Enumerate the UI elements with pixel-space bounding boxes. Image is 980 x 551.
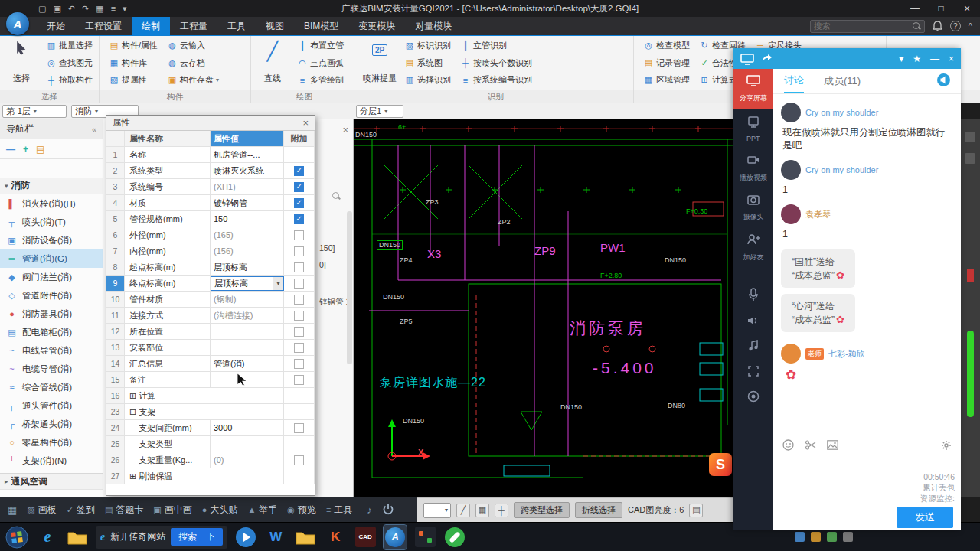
apps-grid-icon[interactable]: ▦ xyxy=(8,504,17,516)
collapse-all-icon[interactable]: — xyxy=(6,144,15,155)
property-value[interactable]: (钢制) xyxy=(211,292,284,307)
close-button[interactable]: × xyxy=(949,54,954,64)
tab-discussion[interactable]: 讨论 xyxy=(784,69,804,93)
wps-icon[interactable]: W xyxy=(264,525,287,549)
tray-icon[interactable] xyxy=(811,532,821,542)
search-icon[interactable] xyxy=(332,191,341,201)
sprinkler-count-identify-button[interactable]: ┼按喷头个数识别 xyxy=(457,57,535,70)
play-video-button[interactable]: 播放视频 xyxy=(733,148,773,188)
tab-工程量[interactable]: 工程量 xyxy=(170,17,217,35)
layout-icon[interactable]: ▦ xyxy=(96,0,103,17)
list-icon[interactable]: ▤ xyxy=(36,144,44,155)
cad-app-icon[interactable]: CAD xyxy=(354,525,377,549)
minimize-button[interactable]: — xyxy=(902,0,928,17)
property-value[interactable]: 镀锌钢管 xyxy=(211,195,284,210)
tool-icon[interactable] xyxy=(965,132,975,142)
property-row[interactable]: 2系统类型喷淋灭火系统 xyxy=(106,163,315,179)
riser-layout-button[interactable]: ┃布置立管 xyxy=(294,39,347,52)
app-logo[interactable]: A xyxy=(6,12,29,35)
property-row[interactable]: 16⊞ 计算 xyxy=(106,388,315,404)
notification-bell-icon[interactable] xyxy=(933,21,942,31)
property-row[interactable]: 4材质镀锌钢管 xyxy=(106,195,315,211)
teachbar-item[interactable]: ✓签到 xyxy=(67,504,95,517)
checkbox-unchecked[interactable] xyxy=(294,455,304,465)
avatar[interactable] xyxy=(781,344,801,364)
fullscreen-icon[interactable] xyxy=(748,366,759,377)
attach-cell[interactable] xyxy=(284,276,315,291)
property-row[interactable]: 6外径(mm)(165) xyxy=(106,227,315,243)
property-row[interactable]: 7内径(mm)(156) xyxy=(106,243,315,259)
floor-select[interactable]: 第-1层 xyxy=(2,105,67,118)
camera-button[interactable]: 摄像头 xyxy=(733,188,773,228)
property-row[interactable]: 9终点标高(m)层顶标高 xyxy=(106,276,315,292)
snap-tool-icon[interactable]: ┼ xyxy=(495,504,508,517)
property-value[interactable] xyxy=(211,324,284,339)
nav-item[interactable]: ●消防器具(消) xyxy=(0,305,103,323)
property-value[interactable]: 层顶标高 xyxy=(211,259,284,275)
component-library-button[interactable]: ▦构件库 xyxy=(106,57,161,70)
system-number-identify-button[interactable]: ≡按系统编号识别 xyxy=(457,73,535,86)
property-value[interactable] xyxy=(211,340,284,355)
property-value[interactable]: (XH1) xyxy=(211,179,284,194)
avatar[interactable] xyxy=(781,103,801,122)
checkbox-unchecked[interactable] xyxy=(294,375,304,385)
nav-item[interactable]: ▌消火栓(消)(H) xyxy=(0,194,103,213)
property-row[interactable]: 25支架类型 xyxy=(106,436,315,452)
maximize-button[interactable]: □ xyxy=(928,0,954,17)
ie-icon[interactable]: e xyxy=(36,525,59,549)
username[interactable]: Cry on my shoulder xyxy=(805,108,878,117)
attach-cell[interactable] xyxy=(284,420,315,435)
send-button[interactable]: 发送 xyxy=(897,507,953,528)
property-row[interactable]: 24支架间距(mm)3000 xyxy=(106,420,315,436)
scrollbar[interactable] xyxy=(347,211,352,364)
checkbox-checked[interactable] xyxy=(294,182,304,192)
avatar[interactable] xyxy=(781,204,801,224)
ppt-button[interactable]: PPT xyxy=(733,109,773,148)
glodon-app-icon[interactable]: A xyxy=(384,525,407,549)
undo-icon[interactable]: ↶ xyxy=(68,0,75,17)
collapse-panel-icon[interactable]: « xyxy=(92,125,96,134)
teachbar-item[interactable]: ▣画中画 xyxy=(153,504,191,517)
cloud-input-button[interactable]: ◍云输入 xyxy=(164,39,222,52)
property-group[interactable]: ⊟ 支架 xyxy=(125,404,284,419)
tray-icon[interactable] xyxy=(843,532,853,542)
draw-tool-icon[interactable]: ╱ xyxy=(456,504,470,517)
property-value[interactable]: 层顶标高 xyxy=(211,276,284,291)
nav-item[interactable]: ▣消防设备(消) xyxy=(0,231,103,249)
property-row[interactable]: 10管件材质(钢制) xyxy=(106,292,315,308)
more-caret-icon[interactable]: ▾ xyxy=(122,0,127,17)
screenshot-scissors-icon[interactable] xyxy=(805,439,816,451)
attach-cell[interactable] xyxy=(284,163,315,178)
nav-item[interactable]: ┐通头管件(消) xyxy=(0,396,103,415)
announcement-icon[interactable] xyxy=(937,73,950,90)
nav-item[interactable]: ~电线导管(消) xyxy=(0,341,103,360)
find-element-button[interactable]: ◎查找图元 xyxy=(43,57,96,70)
music-note-icon[interactable] xyxy=(748,340,759,352)
cad-canvas[interactable]: DN1506+ZP3ZP2DN150ZP4X3ZP9PW1F+0.30DN150… xyxy=(354,119,733,497)
property-row[interactable]: 23⊟ 支架 xyxy=(106,404,315,420)
image-icon[interactable] xyxy=(827,440,838,450)
checkbox-checked[interactable] xyxy=(294,214,304,224)
close-icon[interactable]: × xyxy=(342,124,348,135)
add-icon[interactable]: + xyxy=(23,144,28,155)
tab-变更模块[interactable]: 变更模块 xyxy=(348,17,405,35)
nav-section-fire[interactable]: ▾消防 xyxy=(0,178,103,194)
checkbox-unchecked[interactable] xyxy=(294,295,304,305)
save-icon[interactable]: ▣ xyxy=(53,0,60,17)
power-icon[interactable] xyxy=(382,504,394,516)
share-icon[interactable] xyxy=(762,54,773,64)
nav-item[interactable]: ◇管道附件(消) xyxy=(0,286,103,305)
folder-icon[interactable] xyxy=(294,525,317,549)
property-value[interactable]: 3000 xyxy=(211,420,284,435)
dropdown-caret-icon[interactable]: ▾ xyxy=(899,54,903,64)
attach-cell[interactable] xyxy=(284,227,315,243)
close-icon[interactable]: × xyxy=(302,117,309,129)
checkbox-unchecked[interactable] xyxy=(294,246,304,256)
attach-cell[interactable] xyxy=(284,436,315,452)
property-value[interactable]: 管道(消) xyxy=(211,356,284,371)
checkbox-unchecked[interactable] xyxy=(294,262,304,272)
region-manage-button[interactable]: ▦区域管理 xyxy=(640,73,693,86)
tab-视图[interactable]: 视图 xyxy=(256,17,294,35)
sprinkler-quantity-button[interactable]: 2P 喷淋提量 xyxy=(361,38,398,87)
pin-star-icon[interactable]: ★ xyxy=(913,54,921,64)
